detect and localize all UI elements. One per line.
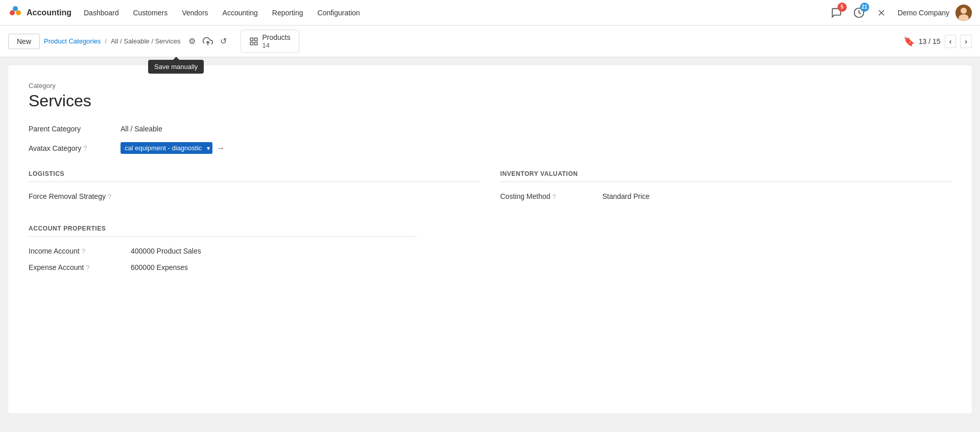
logistics-header: LOGISTICS <box>29 170 480 182</box>
income-account-value: 400000 Product Sales <box>131 247 201 255</box>
svg-rect-10 <box>250 38 253 40</box>
income-account-label: Income Account ? <box>29 247 131 255</box>
svg-rect-12 <box>250 42 253 44</box>
nav-item-vendors[interactable]: Vendors <box>176 6 214 20</box>
close-icon <box>876 8 887 18</box>
expense-account-help-icon[interactable]: ? <box>86 264 89 271</box>
save-cloud-icon[interactable] <box>201 35 214 48</box>
breadcrumb-bar: New Product Categories / All / Saleable … <box>0 26 980 57</box>
clock-button[interactable]: 21 <box>851 5 867 21</box>
parent-category-row: Parent Category All / Saleable <box>29 125 951 133</box>
settings-icon[interactable]: ⚙ <box>187 35 197 48</box>
nav-item-accounting[interactable]: Accounting <box>217 6 264 20</box>
account-properties-section: ACCOUNT PROPERTIES Income Account ? 4000… <box>29 225 951 271</box>
products-label: Products <box>262 33 291 41</box>
chat-button[interactable]: 5 <box>828 5 845 21</box>
odoo-logo-icon <box>8 6 22 20</box>
svg-point-7 <box>961 8 967 14</box>
avatax-help-icon[interactable]: ? <box>83 144 87 152</box>
inventory-valuation-header: INVENTORY VALUATION <box>500 170 952 182</box>
category-label: Category <box>29 82 951 89</box>
costing-method-row: Costing Method ? Standard Price <box>500 192 952 200</box>
account-properties-header: ACCOUNT PROPERTIES <box>29 225 417 237</box>
nav-item-customers[interactable]: Customers <box>127 6 174 20</box>
nav-item-configuration[interactable]: Configuration <box>312 6 366 20</box>
expense-account-value: 600000 Expenses <box>131 263 188 271</box>
force-removal-label: Force Removal Strategy ? <box>29 192 131 200</box>
next-page-button[interactable]: › <box>960 35 972 48</box>
parent-category-value: All / Saleable <box>121 125 162 133</box>
chat-badge: 5 <box>838 3 847 12</box>
svg-rect-11 <box>254 38 257 40</box>
svg-point-0 <box>10 10 15 15</box>
nav-item-reporting[interactable]: Reporting <box>266 6 309 20</box>
company-name-label: Demo Company <box>898 9 949 17</box>
breadcrumb-current: All / Saleable / Services <box>111 37 181 45</box>
discard-icon[interactable]: ↺ <box>219 35 228 48</box>
costing-method-label: Costing Method ? <box>500 192 603 200</box>
bookmark-icon[interactable]: 🔖 <box>903 36 915 47</box>
avatax-category-row: Avatax Category ? cal equipment - diagno… <box>29 142 951 154</box>
nav-item-dashboard[interactable]: Dashboard <box>78 6 125 20</box>
avatax-category-select[interactable]: cal equipment - diagnostic <box>121 142 212 154</box>
pagination-controls: 🔖 13 / 15 ‹ › <box>903 35 972 48</box>
prev-page-button[interactable]: ‹ <box>945 35 957 48</box>
expense-account-label: Expense Account ? <box>29 263 131 271</box>
category-title: Services <box>29 92 951 110</box>
clock-badge: 21 <box>860 3 869 12</box>
sections-grid: LOGISTICS Force Removal Strategy ? INVEN… <box>29 170 951 209</box>
user-avatar[interactable] <box>955 5 972 21</box>
income-account-help-icon[interactable]: ? <box>82 247 85 255</box>
inventory-valuation-section: INVENTORY VALUATION Costing Method ? Sta… <box>500 170 952 209</box>
close-button[interactable] <box>873 5 890 21</box>
expense-account-row: Expense Account ? 600000 Expenses <box>29 263 951 271</box>
new-button[interactable]: New <box>8 34 40 49</box>
parent-category-label: Parent Category <box>29 125 121 133</box>
page-info: 13 / 15 <box>919 37 941 46</box>
costing-method-help-icon[interactable]: ? <box>553 193 556 200</box>
avatax-category-label: Avatax Category ? <box>29 144 121 152</box>
svg-point-2 <box>13 6 18 11</box>
svg-rect-13 <box>254 42 257 44</box>
force-removal-row: Force Removal Strategy ? <box>29 192 480 200</box>
save-manually-tooltip: Save manually <box>148 60 204 74</box>
products-count: 14 <box>262 41 291 49</box>
svg-point-1 <box>16 10 21 15</box>
top-navbar: Accounting Dashboard Customers Vendors A… <box>0 0 980 26</box>
avatar-icon <box>955 5 972 21</box>
breadcrumb-parent[interactable]: Product Categories <box>44 37 101 45</box>
force-removal-help-icon[interactable]: ? <box>108 193 111 200</box>
breadcrumb-separator: / <box>105 37 107 45</box>
avatax-field: cal equipment - diagnostic → <box>121 142 225 154</box>
grid-icon <box>249 37 258 46</box>
app-logo[interactable]: Accounting <box>8 6 71 20</box>
app-name-label: Accounting <box>27 8 71 17</box>
costing-method-value: Standard Price <box>603 192 650 200</box>
avatax-arrow-link[interactable]: → <box>217 144 225 153</box>
income-account-row: Income Account ? 400000 Product Sales <box>29 247 951 255</box>
logistics-section: LOGISTICS Force Removal Strategy ? <box>29 170 480 209</box>
products-button[interactable]: Products 14 <box>241 30 299 53</box>
main-content: Category Services Parent Category All / … <box>8 65 972 413</box>
